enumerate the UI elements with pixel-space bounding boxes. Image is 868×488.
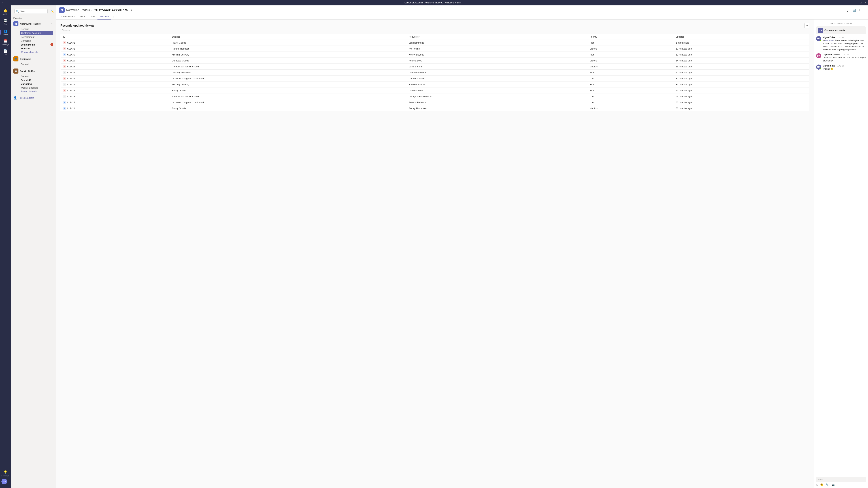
tab-add-button[interactable]: +	[112, 14, 115, 19]
ticket-id: #12431	[67, 47, 75, 50]
search-box: 🔍	[14, 9, 48, 14]
channel-general-northwind[interactable]: General	[20, 27, 53, 31]
sidebar-item-files[interactable]: 📄 Files	[0, 47, 11, 58]
chat-reply-input[interactable]: Reply	[816, 477, 866, 482]
ticket-subject: Incorrect charge on credit card	[169, 99, 406, 105]
table-row[interactable]: ! #12432 Faulty Goods Jan Hammond High 1…	[61, 40, 809, 46]
ticket-id: #12426	[67, 77, 75, 80]
titlebar-controls: — □ ✕	[855, 1, 866, 4]
channel-website[interactable]: Website	[20, 46, 53, 51]
maximize-button[interactable]: □	[860, 1, 862, 4]
channel-marketing-fourth-coffee[interactable]: Marketing	[20, 82, 53, 86]
ticket-updated: 56 minutes ago	[673, 105, 809, 111]
channel-customer-accounts[interactable]: Customer Accounts	[20, 31, 53, 35]
table-row[interactable]: · #12425 Missing Delivery Tanisha Jenkin…	[61, 82, 809, 88]
refresh-icon[interactable]: 🔄	[852, 8, 856, 12]
tickets-refresh-button[interactable]: ↺	[804, 23, 809, 28]
sidebar-item-activity[interactable]: 🔔 Activity	[0, 7, 11, 17]
ticket-subject: Defected Goods	[169, 58, 406, 64]
tab-files[interactable]: Files	[78, 14, 88, 20]
tickets-subtitle: 12 tickets	[60, 29, 809, 31]
chat-bubble-icon[interactable]: 💬	[847, 8, 850, 12]
table-row[interactable]: ! #12429 Defected Goods Felecia Love Urg…	[61, 58, 809, 64]
channel-fun-stuff[interactable]: Fun stuff	[20, 78, 53, 82]
channel-general-designers[interactable]: General	[20, 62, 53, 66]
ticket-priority: Urgent	[587, 46, 673, 52]
popout-icon[interactable]: ↗	[858, 8, 861, 12]
team-northwind-more[interactable]: ···	[51, 22, 53, 25]
table-row[interactable]: · #12423 Product still hasn't arrived Ge…	[61, 93, 809, 99]
ticket-id: #12421	[67, 107, 75, 110]
ticket-requester: Jan Hammond	[406, 40, 587, 46]
ticket-updated: 10 minutes ago	[673, 46, 809, 52]
channel-more-fourth-coffee[interactable]: 4 more channels	[20, 90, 53, 93]
table-row[interactable]: ! #12424 Faulty Goods Lamont Sides High …	[61, 88, 809, 93]
ticket-requester: Tanisha Jenkins	[406, 82, 587, 88]
ticket-priority: High	[587, 40, 673, 46]
ticket-requester: Iva Rollins	[406, 46, 587, 52]
channel-social-media[interactable]: Social Media 2	[20, 43, 53, 46]
compose-icon[interactable]: ✏️	[51, 9, 54, 13]
table-row[interactable]: i #12421 Faulty Goods Becky Thompson Med…	[61, 105, 809, 111]
sidebar-item-meetings[interactable]: 📅 Meetings	[0, 37, 11, 47]
ticket-updated: 14 minutes ago	[673, 58, 809, 64]
tab-wiki[interactable]: Wiki	[88, 14, 97, 20]
header-ellipsis-icon[interactable]: ···	[863, 8, 865, 12]
titlebar-left: ← →	[2, 1, 10, 4]
chat-sender-name: Miguel Silva	[823, 65, 835, 67]
channel-marketing[interactable]: Marketing	[20, 39, 53, 43]
chat-msg-time: 11:40 am	[837, 36, 844, 38]
chat-msg-content: Miguel Silva 11:40 am Thanks 🙂	[823, 65, 866, 70]
sidebar-item-chat[interactable]: 💬 Chat	[0, 17, 11, 27]
ticket-icon: ·	[63, 83, 66, 86]
chat-avatar: MS	[816, 36, 821, 41]
table-row[interactable]: ! #12431 Refund Request Iva Rollins Urge…	[61, 46, 809, 52]
team-fourth-coffee-more[interactable]: ···	[51, 69, 53, 73]
team-designers-header[interactable]: 👤 Designers ···	[13, 56, 53, 62]
ticket-subject: Faulty Goods	[169, 105, 406, 111]
sidebar-item-teams[interactable]: 👥 Teams	[0, 27, 11, 37]
ticket-subject: Delivery questions	[169, 70, 406, 75]
create-team-button[interactable]: 👤+ Create a team	[11, 95, 56, 101]
tickets-table-header-row: ID Subject Requester Priority Updated	[61, 34, 809, 40]
ticket-id-cell: ! #12432	[61, 40, 169, 46]
minimize-button[interactable]: —	[855, 1, 857, 4]
ticket-id: #12432	[67, 41, 75, 44]
tab-conversation[interactable]: Conversation	[59, 14, 78, 20]
star-icon[interactable]: ★	[130, 8, 132, 12]
video-icon[interactable]: 📷	[832, 483, 835, 486]
ticket-id: #12427	[67, 71, 75, 74]
user-avatar[interactable]: MS	[1, 479, 7, 484]
channel-general-fourth-coffee[interactable]: General	[20, 74, 53, 78]
search-input[interactable]	[20, 10, 46, 13]
social-media-badge: 2	[51, 43, 53, 46]
ticket-icon: !	[63, 47, 66, 50]
ticket-priority: Low	[587, 93, 673, 99]
channel-more-northwind[interactable]: 32 more channels	[20, 51, 53, 54]
team-fourth-coffee-header[interactable]: ☕ Fourth Coffee ···	[13, 68, 53, 74]
table-row[interactable]: · #12427 Delivery questions Greta Blackb…	[61, 70, 809, 75]
team-designers-more[interactable]: ···	[51, 57, 53, 61]
tab-zendesk[interactable]: Zendesk	[97, 14, 112, 20]
ticket-icon: !	[63, 59, 66, 62]
col-priority: Priority	[587, 34, 673, 40]
team-northwind-header[interactable]: N Northwind Traders ···	[13, 20, 53, 27]
channel-weekly-specials[interactable]: Weekly Specials	[20, 86, 53, 90]
ticket-updated: 55 minutes ago	[673, 99, 809, 105]
header-more-icon[interactable]: ···	[135, 8, 137, 12]
close-button[interactable]: ✕	[864, 1, 866, 4]
sidebar-item-feedback[interactable]: 💡 Feedback	[1, 468, 9, 479]
table-row[interactable]: ! #12426 Incorrect charge on credit card…	[61, 75, 809, 82]
chat-msg-header: Miguel Silva 11:40 am	[823, 36, 866, 39]
attach-icon[interactable]: 📎	[826, 483, 829, 486]
chat-msg-content: Daphne Knowles 11:40 am Of course. I wil…	[823, 53, 866, 62]
breadcrumb-team: Northwind Traders	[66, 8, 90, 12]
table-row[interactable]: i #12422 Incorrect charge on credit card…	[61, 99, 809, 105]
tickets-header: Recently updated tickets ↺	[60, 23, 809, 28]
channel-development[interactable]: Development	[20, 35, 53, 39]
format-icon[interactable]: A	[816, 483, 818, 486]
ticket-id: #12429	[67, 59, 75, 62]
table-row[interactable]: i #12430 Missing Delivery Kenny Boyette …	[61, 52, 809, 58]
table-row[interactable]: ! #12428 Product still hasn't arrived Wi…	[61, 64, 809, 70]
emoji-icon[interactable]: 🙂	[820, 483, 823, 486]
